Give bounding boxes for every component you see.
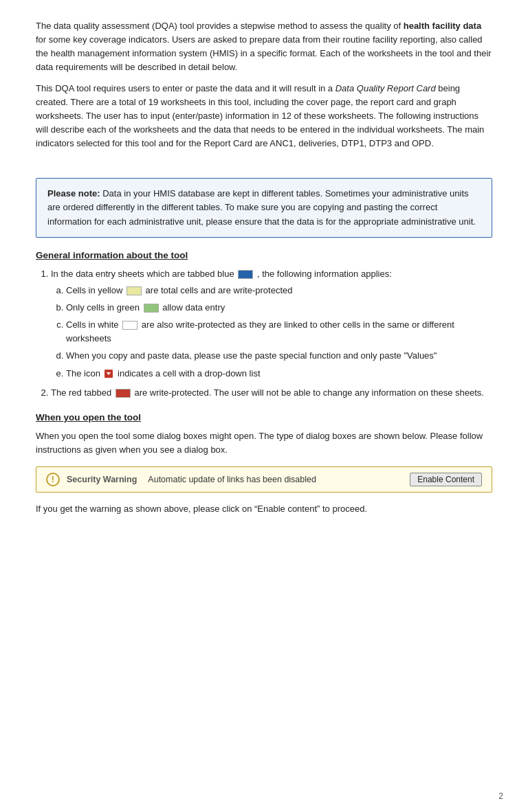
sub-item-b: Only cells in green allow data entry [66,301,492,315]
when-heading: When you open the tool [36,412,492,422]
list-item-1-after: , the following information applies: [257,269,392,279]
white-swatch [122,321,138,330]
sub-item-d: When you copy and paste data, please use… [66,349,492,363]
intro-para1: The data quality assessment (DQA) tool p… [36,19,492,75]
list-item-1: In the data entry sheets which are tabbe… [51,267,492,381]
warning-message: Automatic update of links has been disab… [148,475,403,484]
warning-icon: ! [46,473,60,486]
intro-bold: health facility data [404,21,481,31]
sub-item-c: Cells in white are also write-protected … [66,318,492,346]
warning-box: ! Security Warning Automatic update of l… [36,466,492,493]
page-number: 2 [498,791,503,801]
note-text: Data in your HMIS database are kept in d… [47,188,476,226]
warning-label: Security Warning [67,475,137,484]
list-item-2: The red tabbed are write-protected. The … [51,386,492,400]
sub-item-e: The icon indicates a cell with a drop-do… [66,367,492,381]
blue-swatch [238,270,253,279]
note-label: Please note: [47,188,100,199]
intro-italic: Data Quality Report Card [336,83,436,93]
list-item-1-before: In the data entry sheets which are tabbe… [51,269,236,279]
dropdown-icon [104,369,113,379]
yellow-swatch [126,286,142,295]
general-heading: General information about the tool [36,250,492,260]
sub-list-1: Cells in yellow are total cells and are … [66,284,492,381]
enable-content-button[interactable]: Enable Content [410,473,482,486]
sub-item-a: Cells in yellow are total cells and are … [66,284,492,297]
intro-para2: This DQA tool requires users to enter or… [36,82,492,151]
main-list: In the data entry sheets which are tabbe… [51,267,492,400]
when-para2: If you get the warning as shown above, p… [36,502,492,516]
red-swatch [116,389,131,398]
when-para1: When you open the tool some dialog boxes… [36,429,492,457]
note-box: Please note: Data in your HMIS database … [36,178,492,237]
green-swatch [144,304,159,313]
